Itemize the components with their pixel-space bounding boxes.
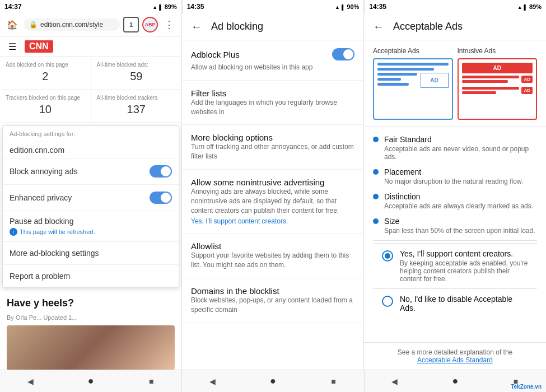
- aa-option-yes[interactable]: Yes, I'll support content creators. By k…: [373, 243, 537, 288]
- allow-nonintrusive-link[interactable]: Yes, I'll support content creators.: [191, 217, 354, 225]
- blocklist-desc: Block websites, pop-ups, or any content …: [191, 296, 354, 315]
- battery-adblock: 90%: [347, 3, 359, 10]
- aa-footer-link[interactable]: Acceptable Ads Standard: [417, 356, 493, 364]
- aa-standard-distinction-text: Distinction Acceptable ads are always cl…: [384, 192, 533, 210]
- all-time-ads-value: 59: [97, 68, 176, 85]
- wifi-icon-adblock: [335, 3, 340, 10]
- wifi-icon-browser: [152, 3, 157, 10]
- allow-nonintrusive-desc: Annoying ads are always blocked, while s…: [191, 187, 354, 215]
- aa-footer: See a more detailed explanation of the A…: [364, 342, 546, 370]
- enhanced-privacy-row[interactable]: Enhanced privacy: [3, 185, 179, 211]
- nav-back-button-adblock[interactable]: [203, 372, 221, 390]
- acceptable-panel-title: Acceptable Ads: [393, 21, 463, 32]
- adblock-panel-title: Ad blocking: [211, 21, 263, 32]
- aa-option-no[interactable]: No, I'd like to disable Acceptable Ads.: [373, 288, 537, 318]
- intrusive-small-ad-2: AD: [521, 87, 533, 94]
- more-blocking-title: More blocking options: [191, 133, 354, 142]
- home-button[interactable]: 🏠: [4, 17, 20, 32]
- block-annoying-ads-toggle[interactable]: [150, 165, 172, 178]
- abp-button[interactable]: ABP: [142, 17, 158, 32]
- intrusive-ad-top: AD: [462, 63, 533, 73]
- status-bar-acceptable: 14:35 89%: [364, 0, 546, 13]
- aa-standard-fair: Fair Standard Acceptable ads are never v…: [373, 132, 537, 164]
- trackers-value: 10: [6, 101, 85, 118]
- allow-nonintrusive-item[interactable]: Allow some nonintrusive advertising Anno…: [182, 170, 363, 234]
- adblock-plus-item[interactable]: Adblock Plus Allow ad blocking on websit…: [182, 40, 363, 81]
- enhanced-privacy-label: Enhanced privacy: [10, 193, 72, 202]
- nav-recents-button-adblock[interactable]: [325, 372, 343, 390]
- tab-switcher-button[interactable]: 1: [123, 17, 139, 32]
- intrusive-line-3: [462, 87, 520, 90]
- allowlist-item[interactable]: Allowlist Support your favorite websites…: [182, 234, 363, 278]
- aa-footer-text: See a more detailed explanation of the: [398, 348, 512, 356]
- nav-home-button-browser[interactable]: [82, 372, 100, 390]
- hamburger-menu-button[interactable]: ☰: [4, 39, 20, 54]
- pause-adblocking-sub: i This page will be refreshed.: [10, 228, 172, 236]
- menu-button[interactable]: ⋮: [161, 17, 177, 32]
- pause-adblocking-label: Pause ad blocking: [10, 217, 172, 226]
- allow-nonintrusive-title: Allow some nonintrusive advertising: [191, 178, 354, 187]
- acceptable-ads-panel: ← Acceptable Ads Acceptable Ads: [364, 13, 546, 370]
- browser-content: Have y heels? By Orla Pe... Updated 1...…: [0, 290, 181, 370]
- all-time-ads-label: All-time blocked ads:: [97, 62, 176, 68]
- battery-acceptable: 89%: [529, 3, 542, 10]
- acceptable-panel-header: ← Acceptable Ads: [364, 13, 546, 40]
- lock-icon: 🔒: [29, 21, 38, 29]
- aa-fair-title: Fair Standard: [384, 135, 537, 144]
- aa-placement-title: Placement: [384, 167, 523, 176]
- enhanced-privacy-toggle[interactable]: [150, 192, 172, 204]
- url-text: edition.cnn.com/style: [40, 21, 103, 29]
- acceptable-ads-visual: Acceptable Ads AD: [364, 40, 546, 127]
- blocklist-title: Domains in the blocklist: [191, 286, 354, 296]
- more-blocking-desc: Turn off tracking and other annoyances, …: [191, 142, 354, 161]
- block-annoying-ads-label: Block annoying ads: [10, 167, 77, 176]
- filter-lists-title: Filter lists: [191, 88, 354, 98]
- aa-option-yes-text: Yes, I'll support content creators. By k…: [400, 249, 528, 283]
- signal-icon-browser: [159, 3, 162, 10]
- adblock-plus-toggle[interactable]: [332, 48, 354, 60]
- aa-standard-size: Size Span less than 50% of the screen up…: [373, 213, 537, 238]
- acceptable-ads-demo: AD: [373, 58, 453, 120]
- nav-recents-button-browser[interactable]: [142, 372, 160, 390]
- aa-line-4: [377, 78, 401, 81]
- abp-popup: Ad-blocking settings for: edition.cnn.co…: [2, 125, 179, 288]
- more-adblocking-settings[interactable]: More ad-blocking settings: [3, 242, 179, 265]
- adblock-panel: ← Ad blocking Adblock Plus Allow ad bloc…: [182, 13, 364, 370]
- status-bars-row: 14:37 89% 14:35 90% 14:35 89%: [0, 0, 546, 13]
- all-time-trackers-value: 137: [97, 101, 176, 118]
- abp-popup-header: Ad-blocking settings for:: [3, 126, 179, 142]
- browser-panel: 🏠 🔒 edition.cnn.com/style 1 ABP ⋮ ☰ CNN …: [0, 13, 182, 370]
- blocklist-item[interactable]: Domains in the blocklist Block websites,…: [182, 278, 363, 323]
- nav-back-button-acceptable[interactable]: [386, 372, 404, 390]
- time-browser: 14:37: [4, 3, 22, 11]
- pause-adblocking-row[interactable]: Pause ad blocking i This page will be re…: [3, 211, 179, 242]
- intrusive-line-2: [462, 80, 508, 83]
- trackers-label: Trackers blocked on this page: [6, 95, 85, 101]
- watermark: TekZone.vn: [511, 384, 542, 390]
- aa-line-1: [377, 63, 449, 66]
- aa-fair-desc: Acceptable ads are never video, sound or…: [384, 145, 537, 161]
- adblock-plus-desc: Allow ad blocking on websites in this ap…: [191, 63, 354, 72]
- aa-dot-distinction: [373, 194, 379, 199]
- allowlist-desc: Support your favorite websites by adding…: [191, 251, 354, 270]
- aa-divider: [373, 240, 537, 241]
- block-annoying-ads-row[interactable]: Block annoying ads: [3, 158, 179, 185]
- intrusive-line-1: [462, 76, 520, 78]
- nav-home-button-adblock[interactable]: [264, 372, 282, 390]
- all-time-trackers-stat: All-time blocked trackers 137: [91, 90, 182, 123]
- acceptable-back-button[interactable]: ←: [373, 20, 384, 33]
- nav-back-button-browser[interactable]: [21, 372, 39, 390]
- status-icons-browser: 89%: [152, 3, 176, 10]
- status-icons-adblock: 90%: [335, 3, 359, 10]
- url-bar[interactable]: 🔒 edition.cnn.com/style: [24, 18, 120, 31]
- intrusive-row-1: AD: [462, 76, 533, 85]
- time-adblock: 14:35: [187, 3, 204, 11]
- ads-blocked-label: Ads blocked on this page: [6, 62, 85, 68]
- aa-line-2: [377, 68, 434, 71]
- nav-home-button-acceptable[interactable]: [446, 372, 464, 390]
- report-problem[interactable]: Report a problem: [3, 265, 179, 287]
- more-blocking-item[interactable]: More blocking options Turn off tracking …: [182, 125, 363, 170]
- filter-lists-item[interactable]: Filter lists Add the languages in which …: [182, 81, 363, 125]
- all-time-ads-stat: All-time blocked ads: 59: [91, 57, 182, 90]
- adblock-back-button[interactable]: ←: [191, 20, 202, 33]
